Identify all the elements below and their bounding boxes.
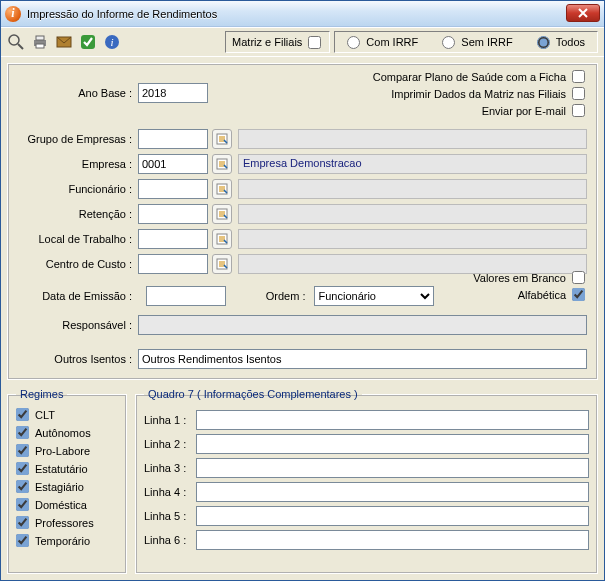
quadro7-line-input[interactable]	[196, 410, 589, 430]
titlebar: i Impressão do Informe de Rendimentos	[1, 1, 604, 27]
local-input[interactable]	[138, 229, 208, 249]
lookup-icon	[216, 233, 228, 245]
regime-checkbox[interactable]	[16, 462, 29, 475]
quadro7-line-label: Linha 5 :	[144, 510, 196, 522]
ano-base-input[interactable]	[138, 83, 208, 103]
sem-irrf-label: Sem IRRF	[461, 36, 512, 48]
grupo-lookup-button[interactable]	[212, 129, 232, 149]
todos-radio[interactable]	[537, 36, 550, 49]
toolbar-icons: i	[7, 33, 121, 51]
quadro7-line-input[interactable]	[196, 482, 589, 502]
quadro7-line-label: Linha 6 :	[144, 534, 196, 546]
data-emissao-input[interactable]	[146, 286, 226, 306]
lookup-icon	[216, 133, 228, 145]
funcionario-display	[238, 179, 587, 199]
top-right-checks: Comparar Plano de Saúde com a Ficha Impr…	[373, 70, 587, 117]
regime-checkbox[interactable]	[16, 516, 29, 529]
retencao-lookup-button[interactable]	[212, 204, 232, 224]
close-icon	[578, 8, 588, 18]
valores-branco-label: Valores em Branco	[473, 272, 566, 284]
main-group: Comparar Plano de Saúde com a Ficha Impr…	[7, 63, 598, 380]
quadro7-row: Linha 2 :	[144, 434, 589, 454]
comparar-checkbox[interactable]	[572, 70, 585, 83]
empresa-label: Empresa :	[18, 158, 138, 170]
regimes-legend: Regimes	[16, 388, 67, 400]
svg-text:i: i	[110, 36, 113, 48]
quadro7-row: Linha 4 :	[144, 482, 589, 502]
quadro7-row: Linha 6 :	[144, 530, 589, 550]
regime-item[interactable]: CLT	[16, 408, 118, 421]
help-icon: i	[103, 33, 121, 51]
regime-label: Estatutário	[35, 463, 88, 475]
retencao-input[interactable]	[138, 204, 208, 224]
quadro7-line-input[interactable]	[196, 434, 589, 454]
quadro7-row: Linha 5 :	[144, 506, 589, 526]
valores-branco-checkbox[interactable]	[572, 271, 585, 284]
grupo-input[interactable]	[138, 129, 208, 149]
data-emissao-label: Data de Emissão :	[18, 290, 138, 302]
local-lookup-button[interactable]	[212, 229, 232, 249]
enviar-email-checkbox[interactable]	[572, 104, 585, 117]
regime-item[interactable]: Estatutário	[16, 462, 118, 475]
help-button[interactable]: i	[103, 33, 121, 51]
ano-base-label: Ano Base :	[18, 87, 138, 99]
regime-label: Estagiário	[35, 481, 84, 493]
email-button[interactable]	[55, 33, 73, 51]
preview-button[interactable]	[7, 33, 25, 51]
grupo-display	[238, 129, 587, 149]
regime-item[interactable]: Pro-Labore	[16, 444, 118, 457]
todos-label: Todos	[556, 36, 585, 48]
quadro7-group: Quadro 7 ( Informações Complementares ) …	[135, 388, 598, 574]
lookup-icon	[216, 208, 228, 220]
window-title: Impressão do Informe de Rendimentos	[27, 8, 217, 20]
com-irrf-label: Com IRRF	[366, 36, 418, 48]
sem-irrf-radio[interactable]	[442, 36, 455, 49]
regime-label: Professores	[35, 517, 94, 529]
empresa-input[interactable]	[138, 154, 208, 174]
regime-label: Autônomos	[35, 427, 91, 439]
comparar-label: Comparar Plano de Saúde com a Ficha	[373, 71, 566, 83]
quadro7-line-input[interactable]	[196, 506, 589, 526]
confirm-button[interactable]	[79, 33, 97, 51]
responsavel-input[interactable]	[138, 315, 587, 335]
regime-item[interactable]: Temporário	[16, 534, 118, 547]
regime-label: Pro-Labore	[35, 445, 90, 457]
check-icon	[79, 33, 97, 51]
outros-isentos-input[interactable]	[138, 349, 587, 369]
regime-label: Temporário	[35, 535, 90, 547]
funcionario-lookup-button[interactable]	[212, 179, 232, 199]
regime-checkbox[interactable]	[16, 480, 29, 493]
ordem-select[interactable]: Funcionário	[314, 286, 434, 306]
alfabetica-checkbox[interactable]	[572, 288, 585, 301]
quadro7-line-label: Linha 4 :	[144, 486, 196, 498]
regime-checkbox[interactable]	[16, 408, 29, 421]
empresa-display: Empresa Demonstracao	[238, 154, 587, 174]
quadro7-line-label: Linha 3 :	[144, 462, 196, 474]
svg-rect-4	[36, 44, 44, 48]
local-label: Local de Trabalho :	[18, 233, 138, 245]
regime-item[interactable]: Professores	[16, 516, 118, 529]
quadro7-line-input[interactable]	[196, 530, 589, 550]
close-button[interactable]	[566, 4, 600, 22]
regime-item[interactable]: Autônomos	[16, 426, 118, 439]
alfabetica-label: Alfabética	[518, 289, 566, 301]
print-button[interactable]	[31, 33, 49, 51]
regime-item[interactable]: Estagiário	[16, 480, 118, 493]
quadro7-row: Linha 3 :	[144, 458, 589, 478]
responsavel-label: Responsável :	[18, 319, 138, 331]
regime-checkbox[interactable]	[16, 534, 29, 547]
quadro7-line-input[interactable]	[196, 458, 589, 478]
empresa-lookup-button[interactable]	[212, 154, 232, 174]
magnifier-icon	[7, 33, 25, 51]
centro-lookup-button[interactable]	[212, 254, 232, 274]
centro-input[interactable]	[138, 254, 208, 274]
regime-item[interactable]: Doméstica	[16, 498, 118, 511]
regime-checkbox[interactable]	[16, 498, 29, 511]
toolbar: i Matriz e Filiais Com IRRF Sem IRRF	[1, 27, 604, 57]
com-irrf-radio[interactable]	[347, 36, 360, 49]
matriz-filiais-checkbox[interactable]	[308, 36, 321, 49]
regime-checkbox[interactable]	[16, 444, 29, 457]
funcionario-input[interactable]	[138, 179, 208, 199]
regime-checkbox[interactable]	[16, 426, 29, 439]
imprimir-matriz-checkbox[interactable]	[572, 87, 585, 100]
